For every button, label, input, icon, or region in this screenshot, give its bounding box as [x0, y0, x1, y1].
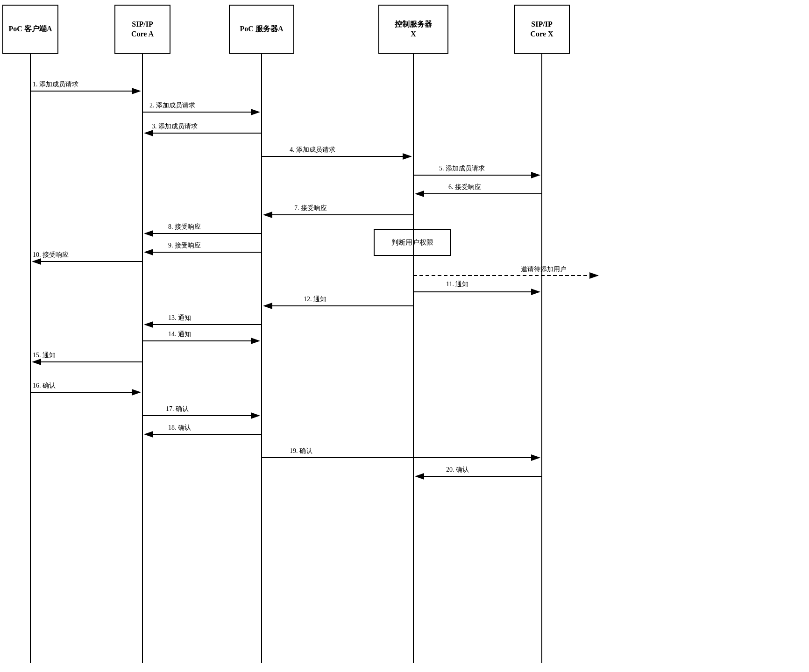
- msg13-label: 13. 通知: [168, 314, 191, 322]
- msg20-label: 20. 确认: [446, 466, 469, 474]
- msg1-label: 1. 添加成员请求: [33, 80, 78, 89]
- msg15-label: 15. 通知: [33, 351, 56, 360]
- msg12-label: 12. 通知: [304, 295, 326, 304]
- msg6-label: 6. 接受响应: [448, 183, 481, 191]
- annotation-judge-permission: 判断用户权限: [374, 229, 451, 256]
- msg8-label: 8. 接受响应: [168, 223, 201, 231]
- msg14-label: 14. 通知: [168, 330, 191, 339]
- msg7-label: 7. 接受响应: [294, 204, 327, 212]
- msg10-label: 10. 接受响应: [33, 251, 69, 259]
- actor-poc-client-a: PoC 客户端A: [2, 5, 58, 54]
- msg3-label: 3. 添加成员请求: [152, 122, 198, 131]
- msg2-label: 2. 添加成员请求: [149, 101, 195, 110]
- msg19-label: 19. 确认: [290, 447, 312, 455]
- annotation-invite-user: 邀请待添加用户: [521, 265, 567, 274]
- sequence-diagram: PoC 客户端A SIP/IPCore A PoC 服务器A 控制服务器X SI…: [0, 0, 809, 672]
- actor-sip-core-a: SIP/IPCore A: [114, 5, 170, 54]
- actor-control-server-x: 控制服务器X: [378, 5, 448, 54]
- msg4-label: 4. 添加成员请求: [290, 146, 335, 154]
- msg11-label: 11. 通知: [446, 280, 468, 289]
- msg16-label: 16. 确认: [33, 382, 56, 390]
- msg5-label: 5. 添加成员请求: [439, 164, 485, 173]
- actor-sip-core-x: SIP/IPCore X: [514, 5, 570, 54]
- msg9-label: 9. 接受响应: [168, 241, 201, 250]
- msg18-label: 18. 确认: [168, 424, 191, 432]
- actor-poc-server-a: PoC 服务器A: [229, 5, 294, 54]
- msg17-label: 17. 确认: [166, 405, 189, 413]
- sequence-arrows: [0, 0, 809, 672]
